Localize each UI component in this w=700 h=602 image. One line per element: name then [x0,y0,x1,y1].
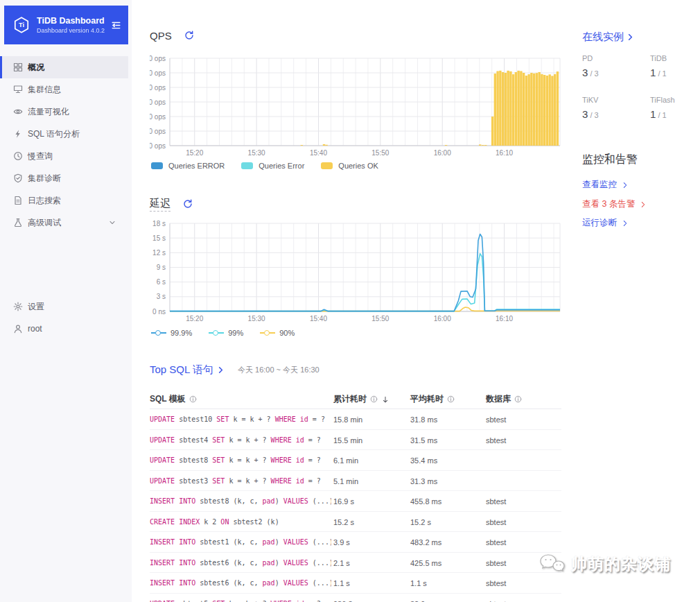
latency-legend: 99.9%99%90% [151,329,295,337]
chevron-right-icon [621,219,629,227]
legend-swatch [151,162,163,169]
topsql-title-link[interactable]: Top SQL 语句 [150,363,213,377]
sql-row[interactable]: UPDATE sbtest5 SET k = k + ? WHERE id = … [150,594,561,602]
instance-count: 1 / 1 [650,108,700,121]
database-cell: sbtest [486,415,506,424]
total-time-value: 2.1 s [333,559,350,567]
sql-template-cell: UPDATE sbtest5 SET k = k + ? WHERE id = … [150,600,331,602]
legend-swatch [241,162,253,169]
collapse-sidebar-icon[interactable] [111,20,121,31]
svg-text:500 ops: 500 ops [150,69,166,77]
svg-text:3 s: 3 s [157,293,166,300]
legend-item[interactable]: 90% [260,329,295,337]
sidebar-item-label: SQL 语句分析 [28,128,80,140]
avg-time-value: 31.8 ms [410,415,437,424]
sidebar-item-label: 概况 [28,62,44,74]
legend-item[interactable]: Queries OK [321,162,378,170]
tidb-dashboard-page: Ti TiDB Dashboard Dashboard version 4.0.… [0,0,700,602]
refresh-icon[interactable] [183,199,193,209]
sql-template-cell: UPDATE sbtest4 SET k = k + ? WHERE id = … [150,436,331,444]
instance-count: 3 / 3 [582,67,648,79]
monitor-link-label: 查看 3 条告警 [582,198,635,210]
latency-title: 延迟 [150,197,170,212]
legend-item[interactable]: Queries ERROR [151,162,225,170]
svg-text:15:40: 15:40 [310,315,327,322]
legend-item[interactable]: 99% [209,329,243,337]
instance-label: PD [582,54,648,62]
sql-row[interactable]: INSERT INTO sbtest6 (k, c, pad) VALUES (… [150,573,561,594]
column-header[interactable]: 平均耗时 [410,393,455,405]
sql-row[interactable]: UPDATE sbtest4 SET k = k + ? WHERE id = … [150,430,561,451]
sidebar-item[interactable]: 概况 [0,56,128,78]
sidebar-item[interactable]: 集群信息 [0,78,128,101]
instance-label: TiDB [650,54,700,62]
monitor-link[interactable]: 查看 3 条告警 [582,198,647,210]
sql-row[interactable]: INSERT INTO sbtest8 (k, c, pad) VALUES (… [150,491,561,512]
sidebar-item-label: 高级调试 [28,217,61,229]
instances-title-link[interactable]: 在线实例 [582,31,635,44]
avg-time-value: 32.9 ms [410,600,437,602]
monitor-link-label: 查看监控 [582,179,617,191]
sidebar-item[interactable]: 集群诊断 [0,167,128,189]
sidebar-item[interactable]: 日志搜索 [0,189,128,212]
cluster-icon [13,85,23,94]
sql-template-cell: INSERT INTO sbtest6 (k, c, pad) VALUES (… [150,579,331,587]
sql-row[interactable]: CREATE INDEX k_2 ON sbtest2 (k)15.2 s15.… [150,512,561,533]
svg-text:12 s: 12 s [152,249,166,257]
monitor-link[interactable]: 运行诊断 [582,217,629,229]
sidebar-item[interactable]: root [0,318,128,340]
qps-legend: Queries ERRORQueries ErrorQueries OK [151,162,378,170]
sidebar-item[interactable]: 高级调试 [0,212,128,234]
sql-row[interactable]: UPDATE sbtest3 SET k = k + ? WHERE id = … [150,471,561,492]
legend-item[interactable]: Queries Error [241,162,304,170]
column-header[interactable]: 累计耗时 [333,393,390,405]
column-header[interactable]: 数据库 [486,393,522,405]
sidebar-item[interactable]: 流量可视化 [0,101,128,123]
qps-title: QPS [150,30,172,42]
eye-icon [13,107,23,117]
avg-time-value: 455.8 ms [410,497,441,506]
sidebar-item[interactable]: SQL 语句分析 [0,123,128,145]
app-version: Dashboard version 4.0.2 [37,27,105,34]
total-time-value: 6.1 min [333,456,358,465]
svg-text:15:40: 15:40 [310,149,327,157]
refresh-icon[interactable] [184,31,194,40]
instance-stat-tidb: TiDB1 / 1 [650,54,700,79]
total-time-value: 1.1 s [333,579,350,587]
sidebar-item[interactable]: 设置 [0,295,128,318]
avg-time-value: 1.1 s [410,579,427,587]
qps-chart: 0 ops100 ops200 ops300 ops400 ops500 ops… [150,51,561,161]
topsql-time-range: 今天 16:00 ~ 今天 16:30 [238,365,320,375]
instance-stat-tikv: TiKV3 / 3 [582,96,648,121]
total-time-value: 5.1 min [333,477,358,485]
monitor-link[interactable]: 查看监控 [582,179,629,191]
info-icon [447,395,455,403]
database-cell: sbtest [486,518,506,526]
chevron-right-icon [621,181,629,189]
svg-text:16:00: 16:00 [434,315,451,322]
svg-text:15:50: 15:50 [371,315,389,322]
monitor-alerts-title: 监控和告警 [582,153,638,167]
chevron-right-icon[interactable] [216,366,225,375]
sql-row[interactable]: INSERT INTO sbtest1 (k, c, pad) VALUES (… [150,532,561,553]
gear-icon [13,302,23,311]
sql-row[interactable]: UPDATE sbtest8 SET k = k + ? WHERE id = … [150,450,561,471]
legend-label: Queries Error [259,162,304,170]
sql-row[interactable]: UPDATE sbtest10 SET k = k + ? WHERE id =… [150,409,561,430]
column-header[interactable]: SQL 模板 [150,393,197,405]
legend-item[interactable]: 99.9% [151,329,192,337]
sidebar-item[interactable]: 慢查询 [0,145,128,167]
legend-label: 99.9% [170,329,192,337]
svg-text:600 ops: 600 ops [150,55,166,62]
sql-template-cell: CREATE INDEX k_2 ON sbtest2 (k) [150,518,331,526]
sql-row[interactable]: INSERT INTO sbtest6 (k, c, pad) VALUES (… [150,553,561,574]
sql-template-cell: INSERT INTO sbtest1 (k, c, pad) VALUES (… [150,538,331,546]
chevron-right-icon [639,200,647,209]
latency-section-header: 延迟 [150,196,193,212]
main-content: QPS 0 ops100 ops200 ops300 ops400 ops500… [150,0,561,602]
qps-section-header: QPS [150,28,194,43]
chevron-right-icon [626,33,635,42]
total-time-value: 16.9 s [333,497,354,506]
svg-text:0 ops: 0 ops [150,142,166,150]
app-title: TiDB Dashboard [37,16,105,26]
